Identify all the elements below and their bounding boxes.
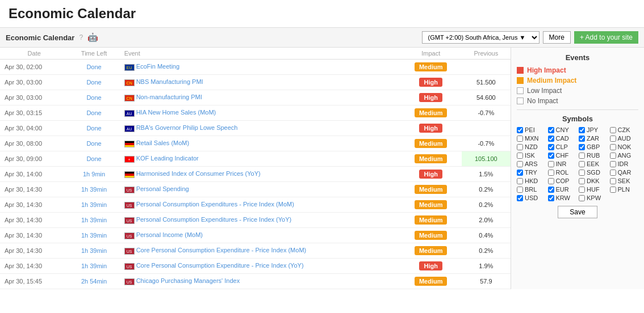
symbol-checkbox[interactable] <box>517 161 523 167</box>
symbol-checkbox[interactable] <box>548 127 554 133</box>
symbol-item[interactable]: ARS <box>517 160 546 167</box>
symbol-item[interactable]: ISK <box>517 152 546 159</box>
symbol-item[interactable]: EEK <box>579 160 608 167</box>
symbol-item[interactable]: QAR <box>610 169 639 176</box>
symbol-checkbox[interactable] <box>548 195 554 201</box>
event-cell[interactable]: USPersonal Consumption Expenditures - Pr… <box>120 213 400 228</box>
event-checkbox[interactable] <box>517 87 524 94</box>
symbol-checkbox[interactable] <box>610 144 616 150</box>
symbol-item[interactable]: HKD <box>517 177 546 184</box>
event-cell[interactable]: USPersonal Spending <box>120 182 400 197</box>
event-checkbox[interactable] <box>517 77 524 84</box>
symbol-checkbox[interactable] <box>517 170 523 176</box>
event-cell[interactable]: AUHIA New Home Sales (MoM) <box>120 105 400 121</box>
time-left-cell: 1h 39min <box>68 259 119 274</box>
help-icon[interactable]: ? <box>79 33 83 41</box>
save-button[interactable]: Save <box>558 206 597 218</box>
symbol-item[interactable]: NOK <box>610 143 639 150</box>
symbol-checkbox[interactable] <box>517 178 523 184</box>
event-checkbox[interactable] <box>517 67 524 74</box>
symbol-checkbox[interactable] <box>517 136 523 142</box>
symbol-checkbox[interactable] <box>548 153 554 159</box>
event-cell[interactable]: AURBA's Governor Philip Lowe Speech <box>120 121 400 136</box>
symbol-item[interactable]: CHF <box>548 152 577 159</box>
symbol-checkbox[interactable] <box>579 144 585 150</box>
symbol-checkbox[interactable] <box>610 170 616 176</box>
symbol-item[interactable]: DKK <box>579 177 608 184</box>
symbol-item[interactable]: INR <box>548 160 577 167</box>
symbol-item[interactable]: USD <box>517 194 546 201</box>
symbol-checkbox[interactable] <box>579 195 585 201</box>
symbol-item[interactable]: CAD <box>548 135 577 142</box>
event-cell[interactable]: +KOF Leading Indicator <box>120 151 400 167</box>
symbol-checkbox[interactable] <box>548 144 554 150</box>
symbol-item[interactable]: KRW <box>548 194 577 201</box>
event-cell[interactable]: Harmonised Index of Consumer Prices (YoY… <box>120 167 400 182</box>
event-cell[interactable]: CNNon-manufacturing PMI <box>120 90 400 105</box>
symbol-checkbox[interactable] <box>579 127 585 133</box>
symbol-checkbox[interactable] <box>517 127 523 133</box>
symbol-item[interactable]: CZK <box>610 126 639 133</box>
event-filter-item[interactable]: No Impact <box>517 97 638 105</box>
symbol-item[interactable]: NZD <box>517 143 546 150</box>
symbol-item[interactable]: IDR <box>610 160 639 167</box>
event-filter-item[interactable]: Low Impact <box>517 87 638 95</box>
symbol-item[interactable]: EUR <box>548 186 577 193</box>
event-cell[interactable]: CNNBS Manufacturing PMI <box>120 75 400 90</box>
symbol-checkbox[interactable] <box>610 136 616 142</box>
symbol-checkbox[interactable] <box>517 195 523 201</box>
event-cell[interactable]: USCore Personal Consumption Expenditure … <box>120 243 400 259</box>
symbol-item[interactable]: AUD <box>610 135 639 142</box>
symbol-item[interactable]: KPW <box>579 194 608 201</box>
symbol-item[interactable]: MXN <box>517 135 546 142</box>
event-cell[interactable]: EUEcoFin Meeting <box>120 60 400 75</box>
symbol-checkbox[interactable] <box>610 153 616 159</box>
more-button[interactable]: More <box>543 31 571 44</box>
event-filter-item[interactable]: High Impact <box>517 66 638 74</box>
symbol-checkbox[interactable] <box>517 187 523 193</box>
symbol-item[interactable]: ANG <box>610 152 639 159</box>
symbol-checkbox[interactable] <box>517 153 523 159</box>
timezone-select[interactable]: (GMT +2:00) South Africa, Jerus ▼ <box>422 31 540 44</box>
symbol-checkbox[interactable] <box>548 178 554 184</box>
symbol-item[interactable]: SGD <box>579 169 608 176</box>
event-cell[interactable]: USPersonal Consumption Expenditures - Pr… <box>120 197 400 213</box>
symbol-item[interactable]: BRL <box>517 186 546 193</box>
symbol-checkbox[interactable] <box>579 161 585 167</box>
symbol-item[interactable]: TRY <box>517 169 546 176</box>
event-cell[interactable]: USCore Personal Consumption Expenditure … <box>120 259 400 274</box>
symbol-checkbox[interactable] <box>610 161 616 167</box>
symbol-checkbox[interactable] <box>610 187 616 193</box>
symbol-item[interactable]: CNY <box>548 126 577 133</box>
symbol-item[interactable]: JPY <box>579 126 608 133</box>
symbol-item[interactable]: SEK <box>610 177 639 184</box>
event-checkbox[interactable] <box>517 98 524 104</box>
symbol-checkbox[interactable] <box>579 170 585 176</box>
symbol-checkbox[interactable] <box>610 127 616 133</box>
symbol-item[interactable]: PLN <box>610 186 639 193</box>
symbol-checkbox[interactable] <box>548 170 554 176</box>
symbol-item[interactable]: RUB <box>579 152 608 159</box>
symbol-item[interactable]: HUF <box>579 186 608 193</box>
android-icon[interactable]: 🤖 <box>87 32 98 43</box>
symbol-checkbox[interactable] <box>579 178 585 184</box>
add-to-site-button[interactable]: + Add to your site <box>574 31 638 44</box>
symbol-item[interactable]: GBP <box>579 143 608 150</box>
event-cell[interactable]: USChicago Purchasing Managers' Index <box>120 274 400 289</box>
symbol-checkbox[interactable] <box>548 161 554 167</box>
symbol-item[interactable]: ROL <box>548 169 577 176</box>
symbol-item[interactable]: CLP <box>548 143 577 150</box>
symbol-item[interactable]: COP <box>548 177 577 184</box>
symbol-checkbox[interactable] <box>548 187 554 193</box>
event-filter-item[interactable]: Medium Impact <box>517 77 638 84</box>
symbol-checkbox[interactable] <box>548 136 554 142</box>
symbol-checkbox[interactable] <box>610 178 616 184</box>
event-cell[interactable]: Retail Sales (MoM) <box>120 136 400 151</box>
symbol-checkbox[interactable] <box>579 187 585 193</box>
symbol-checkbox[interactable] <box>579 153 585 159</box>
event-cell[interactable]: USPersonal Income (MoM) <box>120 228 400 243</box>
symbol-checkbox[interactable] <box>517 144 523 150</box>
symbol-item[interactable]: ZAR <box>579 135 608 142</box>
symbol-item[interactable]: PEI <box>517 126 546 133</box>
symbol-checkbox[interactable] <box>579 136 585 142</box>
